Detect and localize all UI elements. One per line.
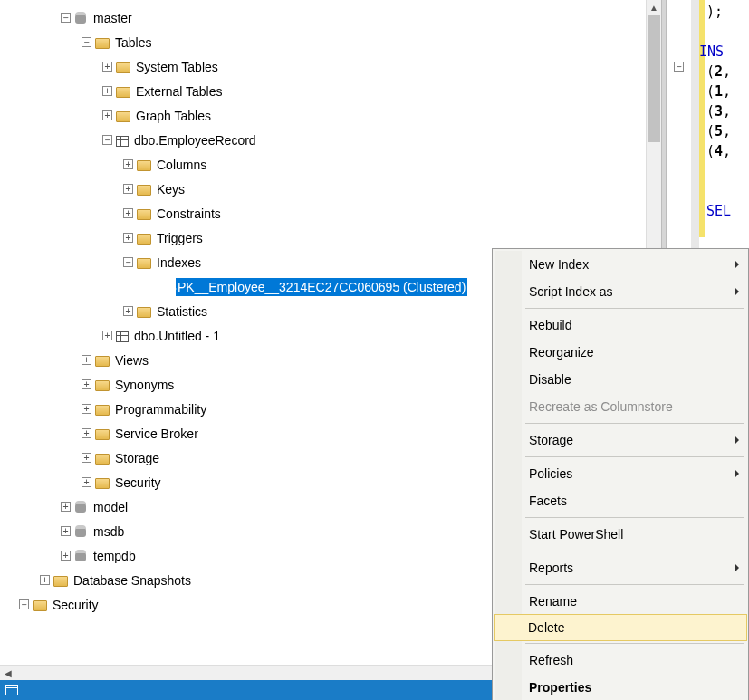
expand-icon[interactable]: +	[82, 428, 91, 438]
menu-rename[interactable]: Rename	[495, 588, 746, 615]
menu-label: Disable	[529, 372, 571, 387]
menu-facets[interactable]: Facets	[495, 487, 746, 514]
expand-icon[interactable]: +	[123, 306, 133, 316]
tree-label: Service Broker	[113, 425, 200, 443]
tree-node-keys[interactable]: + Keys	[0, 177, 661, 201]
tree-label: msdb	[91, 523, 126, 541]
fold-minus-icon[interactable]: −	[674, 62, 684, 72]
menu-delete[interactable]: Delete	[494, 614, 747, 641]
menu-separator	[525, 643, 744, 644]
tree-label: dbo.EmployeeRecord	[132, 131, 258, 149]
database-icon	[75, 12, 86, 24]
folder-icon	[95, 38, 110, 49]
tree-label: Storage	[113, 449, 161, 467]
code-line: (2,	[706, 63, 731, 83]
menu-rebuild[interactable]: Rebuild	[495, 312, 746, 339]
expand-icon[interactable]: +	[123, 233, 133, 243]
tree-label: Tables	[113, 34, 153, 52]
tree-label: Programmability	[113, 400, 208, 418]
tree-label: Columns	[155, 156, 208, 174]
menu-label: Refresh	[529, 653, 573, 667]
menu-label: Reorganize	[529, 345, 594, 360]
expand-icon[interactable]: +	[82, 379, 91, 389]
expand-icon[interactable]: +	[82, 453, 91, 463]
tree-node-columns[interactable]: + Columns	[0, 152, 661, 177]
menu-label: Facets	[529, 494, 567, 508]
code-line	[706, 24, 731, 43]
tree-node-external-tables[interactable]: + External Tables	[0, 79, 661, 103]
collapse-icon[interactable]: −	[19, 599, 29, 609]
expand-icon[interactable]: +	[102, 331, 112, 340]
tree-node-triggers[interactable]: + Triggers	[0, 225, 661, 250]
collapse-icon[interactable]: −	[102, 135, 112, 145]
expand-icon[interactable]: +	[102, 110, 112, 120]
tree-node-tables[interactable]: − Tables	[0, 30, 661, 54]
expand-icon[interactable]: +	[123, 184, 133, 194]
menu-policies[interactable]: Policies	[495, 460, 746, 487]
tree-node-employee-record[interactable]: − dbo.EmployeeRecord	[0, 128, 661, 152]
menu-new-index[interactable]: New Index	[495, 251, 746, 278]
folder-icon	[116, 87, 130, 98]
collapse-icon[interactable]: −	[61, 13, 71, 23]
code-line: SEL	[706, 203, 731, 223]
folder-icon	[116, 62, 130, 73]
scroll-left-arrow[interactable]: ◀	[0, 666, 15, 681]
tree-node-constraints[interactable]: + Constraints	[0, 201, 661, 225]
expand-icon[interactable]: +	[61, 502, 71, 512]
expand-icon[interactable]: +	[123, 208, 133, 218]
tree-label: Constraints	[155, 205, 223, 223]
menu-disable[interactable]: Disable	[495, 366, 746, 393]
collapse-icon[interactable]: −	[123, 257, 133, 267]
expand-icon[interactable]: +	[40, 575, 50, 585]
scroll-thumb[interactable]	[648, 15, 660, 142]
table-icon	[116, 331, 129, 342]
expand-icon[interactable]: +	[102, 62, 112, 72]
tree-label: PK__Employee__3214EC27CC060695 (Clustere…	[176, 278, 467, 296]
table-icon	[116, 136, 129, 147]
menu-start-powershell[interactable]: Start PowerShell	[495, 521, 746, 548]
code-line: INS	[706, 43, 731, 63]
database-icon	[75, 550, 86, 561]
menu-label: Reports	[529, 561, 573, 575]
tree-node-master[interactable]: − master	[0, 5, 661, 30]
menu-label: Recreate as Columnstore	[529, 399, 673, 414]
tree-node-system-tables[interactable]: + System Tables	[0, 54, 661, 79]
expand-icon[interactable]: +	[82, 355, 91, 365]
menu-label: Rename	[529, 594, 577, 609]
expand-icon[interactable]: +	[102, 86, 112, 96]
menu-script-index-as[interactable]: Script Index as	[495, 278, 746, 305]
tree-label: Triggers	[155, 229, 205, 247]
expand-icon[interactable]: +	[61, 551, 71, 561]
submenu-arrow-icon	[735, 469, 739, 478]
menu-recreate-columnstore: Recreate as Columnstore	[495, 393, 746, 420]
menu-separator	[525, 551, 744, 551]
expand-icon[interactable]: +	[82, 477, 91, 487]
folder-icon	[116, 111, 130, 122]
collapse-icon[interactable]: −	[82, 37, 91, 47]
tree-label: model	[91, 498, 130, 516]
submenu-arrow-icon	[735, 287, 739, 296]
expand-icon[interactable]: +	[123, 159, 133, 169]
expand-icon[interactable]: +	[82, 404, 91, 414]
tree-label: Security	[113, 474, 163, 492]
code-line: (3,	[706, 103, 731, 123]
submenu-arrow-icon	[735, 436, 739, 445]
scroll-up-arrow[interactable]: ▲	[647, 0, 661, 15]
tree-label: master	[91, 9, 134, 27]
tree-node-graph-tables[interactable]: + Graph Tables	[0, 103, 661, 128]
menu-reorganize[interactable]: Reorganize	[495, 339, 746, 366]
menu-refresh[interactable]: Refresh	[495, 647, 746, 674]
menu-reports[interactable]: Reports	[495, 554, 746, 581]
tree-label: Indexes	[155, 254, 203, 272]
menu-label: New Index	[529, 257, 589, 272]
menu-label: Storage	[529, 433, 573, 447]
menu-label: Properties	[529, 680, 591, 695]
menu-properties[interactable]: Properties	[495, 674, 746, 700]
folder-icon	[137, 185, 151, 196]
menu-storage[interactable]: Storage	[495, 427, 746, 454]
expand-icon[interactable]: +	[61, 526, 71, 536]
change-marker	[699, 0, 705, 237]
menu-separator	[525, 584, 744, 585]
menu-separator	[525, 308, 744, 309]
tree-label: External Tables	[134, 82, 224, 101]
